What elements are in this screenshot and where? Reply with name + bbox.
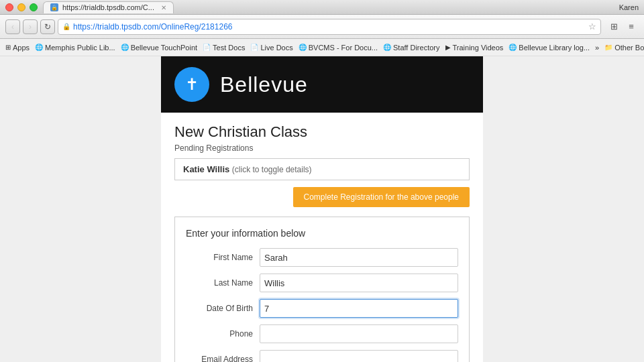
bookmark-tp-label: Bellevue TouchPoint <box>131 44 197 52</box>
cross-icon: ✝ <box>185 76 199 93</box>
bookmark-staff-label: Staff Directory <box>393 44 440 52</box>
bookmark-apps[interactable]: ⊞ Apps <box>5 44 30 52</box>
first-name-row: First Name <box>186 248 458 267</box>
tab-close-icon[interactable]: ✕ <box>161 4 166 11</box>
browser-tab[interactable]: 🔒 https://trialdb.tpsdb.com/C... ✕ <box>43 1 174 13</box>
complete-btn-row: Complete Registration for the above peop… <box>174 187 470 207</box>
nav-bar: ‹ › ↻ 🔒 https://trialdb.tpsdb.com/Online… <box>0 15 644 39</box>
registrant-row[interactable]: Katie Willis (click to toggle details) <box>174 158 470 180</box>
chrome-menu-icon[interactable]: ≡ <box>624 19 639 34</box>
phone-row: Phone <box>186 324 458 343</box>
bookmark-testdocs[interactable]: 📄 Test Docs <box>203 44 245 52</box>
complete-registration-button[interactable]: Complete Registration for the above peop… <box>293 187 470 207</box>
bookmark-library[interactable]: 🌐 Bellevue Library log... <box>508 44 590 52</box>
page-content: ✝ Bellevue New Christian Class Pending R… <box>0 56 644 362</box>
bookmark-more[interactable]: » <box>595 44 599 52</box>
training-icon: ▶ <box>445 44 451 51</box>
bookmark-other-label: Other Bookmarks <box>614 44 644 52</box>
first-name-input[interactable] <box>260 248 458 267</box>
maximize-button[interactable] <box>30 3 38 11</box>
memphis-icon: 🌐 <box>35 44 43 51</box>
email-row: Email Address <box>186 350 458 362</box>
last-name-label: Last Name <box>186 278 253 288</box>
logo-circle: ✝ <box>174 67 209 102</box>
site-header: ✝ Bellevue <box>161 56 483 113</box>
tp-icon: 🌐 <box>121 44 129 51</box>
minimize-button[interactable] <box>17 3 25 11</box>
main-content: New Christian Class Pending Registration… <box>161 113 483 362</box>
bookmark-other[interactable]: 📁 Other Bookmarks <box>604 44 644 52</box>
pending-label: Pending Registrations <box>174 143 470 153</box>
bookmark-memphis-label: Memphis Public Lib... <box>45 44 115 52</box>
bookmark-star-icon[interactable]: ☆ <box>588 21 596 32</box>
testdocs-icon: 📄 <box>203 44 211 51</box>
more-label: » <box>595 44 599 52</box>
site-name: Bellevue <box>220 72 308 97</box>
dob-label: Date Of Birth <box>186 304 253 313</box>
bookmark-staff[interactable]: 🌐 Staff Directory <box>383 44 440 52</box>
bookmark-bellevue-tp[interactable]: 🌐 Bellevue TouchPoint <box>121 44 197 52</box>
bookmark-livedocs-label: Live Docs <box>260 44 292 52</box>
bookmarks-bar: ⊞ Apps 🌐 Memphis Public Lib... 🌐 Bellevu… <box>0 39 644 56</box>
registrant-name: Katie Willis <box>183 164 229 174</box>
last-name-input[interactable] <box>260 274 458 292</box>
bookmark-bvcms-label: BVCMS - For Docu... <box>309 44 378 52</box>
title-bar: 🔒 https://trialdb.tpsdb.com/C... ✕ Karen <box>0 0 644 15</box>
user-name: Karen <box>619 3 639 11</box>
bookmark-memphis[interactable]: 🌐 Memphis Public Lib... <box>35 44 115 52</box>
registrant-toggle: (click to toggle details) <box>232 165 312 174</box>
bookmark-testdocs-label: Test Docs <box>213 44 245 52</box>
site-container: ✝ Bellevue New Christian Class Pending R… <box>161 56 483 362</box>
traffic-lights <box>5 3 38 11</box>
bookmark-training-label: Training Videos <box>453 44 504 52</box>
first-name-label: First Name <box>186 253 253 262</box>
last-name-row: Last Name <box>186 274 458 292</box>
phone-input[interactable] <box>260 324 458 343</box>
bookmark-bvcms[interactable]: 🌐 BVCMS - For Docu... <box>299 44 378 52</box>
form-section-title: Enter your information below <box>186 228 458 239</box>
lock-icon: 🔒 <box>62 23 70 30</box>
form-section: Enter your information below First Name … <box>174 217 470 362</box>
refresh-button[interactable]: ↻ <box>40 19 55 34</box>
email-input[interactable] <box>260 350 458 362</box>
email-label: Email Address <box>186 355 253 362</box>
page-title: New Christian Class <box>174 123 470 141</box>
phone-label: Phone <box>186 329 253 339</box>
tab-bar: 🔒 https://trialdb.tpsdb.com/C... ✕ <box>43 1 619 13</box>
url-text: https://trialdb.tpsdb.com/OnlineReg/2181… <box>73 22 586 32</box>
staff-icon: 🌐 <box>383 44 391 51</box>
apps-icon: ⊞ <box>5 44 11 51</box>
extensions-icon[interactable]: ⊞ <box>606 19 621 34</box>
library-icon: 🌐 <box>508 44 517 51</box>
close-button[interactable] <box>5 3 13 11</box>
tab-label: https://trialdb.tpsdb.com/C... <box>62 3 154 11</box>
back-button[interactable]: ‹ <box>5 19 20 34</box>
dob-row: Date Of Birth <box>186 299 458 318</box>
bvcms-icon: 🌐 <box>299 44 307 51</box>
forward-button[interactable]: › <box>23 19 38 34</box>
nav-actions: ⊞ ≡ <box>606 19 639 34</box>
bookmark-apps-label: Apps <box>13 44 30 52</box>
bookmark-training[interactable]: ▶ Training Videos <box>445 44 504 52</box>
other-icon: 📁 <box>604 44 612 51</box>
livedocs-icon: 📄 <box>250 44 258 51</box>
tab-favicon: 🔒 <box>50 3 58 11</box>
bookmark-library-label: Bellevue Library log... <box>519 44 590 52</box>
dob-input[interactable] <box>260 299 458 318</box>
bookmark-livedocs[interactable]: 📄 Live Docs <box>250 44 292 52</box>
browser-window: 🔒 https://trialdb.tpsdb.com/C... ✕ Karen… <box>0 0 644 362</box>
address-bar[interactable]: 🔒 https://trialdb.tpsdb.com/OnlineReg/21… <box>58 19 601 35</box>
